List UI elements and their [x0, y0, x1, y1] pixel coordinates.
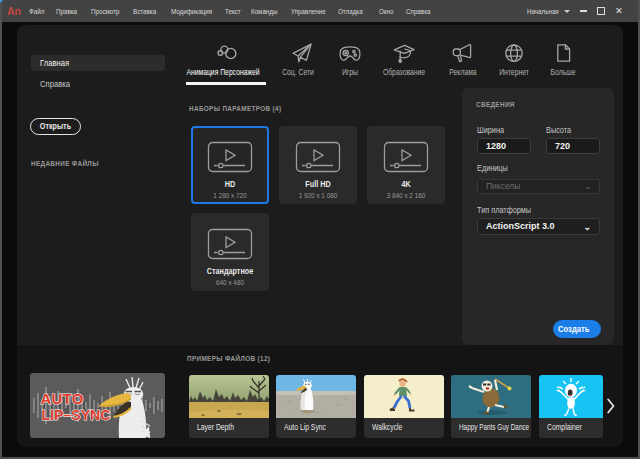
svg-text:LIP–SYNC: LIP–SYNC	[42, 407, 111, 424]
svg-text:AUTO: AUTO	[41, 390, 84, 407]
